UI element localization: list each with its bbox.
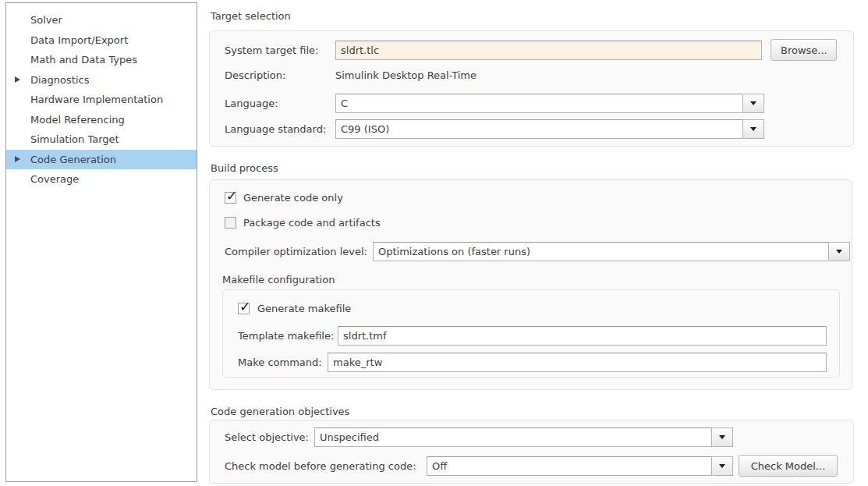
language-standard-value[interactable]: C99 (ISO) — [335, 119, 743, 139]
generate-code-only-checkbox[interactable] — [225, 192, 236, 204]
package-code-checkbox[interactable] — [225, 217, 236, 229]
sidebar-item-math-and-data-types[interactable]: Math and Data Types — [6, 50, 197, 70]
template-makefile-label: Template makefile: — [238, 326, 334, 346]
system-target-file-input[interactable] — [335, 41, 762, 60]
dropdown-arrow-button[interactable] — [743, 119, 764, 139]
sidebar-item-label: Coverage — [30, 173, 79, 185]
check-model-value[interactable]: Off — [427, 456, 712, 476]
language-label: Language: — [225, 94, 278, 113]
expander-icon[interactable] — [15, 156, 20, 162]
system-target-file-label: System target file: — [225, 41, 318, 60]
sidebar-item-label: Math and Data Types — [30, 54, 137, 66]
make-command-input[interactable] — [328, 353, 827, 372]
chevron-down-icon — [836, 250, 842, 254]
select-objective-value[interactable]: Unspecified — [314, 427, 712, 447]
browse-button[interactable]: Browse... — [771, 39, 837, 61]
language-standard-label: Language standard: — [225, 119, 326, 139]
code-generation-objectives-title: Code generation objectives — [211, 406, 349, 418]
make-command-label: Make command: — [238, 353, 322, 372]
dropdown-arrow-button[interactable] — [712, 456, 733, 476]
expander-icon[interactable] — [15, 76, 20, 83]
language-value[interactable]: C — [335, 94, 743, 113]
config-pane-tree: Solver Data Import/Export Math and Data … — [5, 2, 197, 482]
sidebar-item-data-import-export[interactable]: Data Import/Export — [6, 30, 197, 51]
check-model-label: Check model before generating code: — [225, 456, 416, 476]
select-objective-label: Select objective: — [225, 427, 309, 447]
compiler-optimization-label: Compiler optimization level: — [225, 242, 367, 261]
sidebar-item-label: Hardware Implementation — [30, 94, 163, 105]
sidebar-item-label: Simulation Target — [30, 133, 119, 145]
target-selection-title: Target selection — [211, 10, 291, 23]
description-value: Simulink Desktop Real-Time — [335, 66, 477, 85]
sidebar-item-label: Model Referencing — [30, 114, 125, 126]
sidebar-item-code-generation[interactable]: Code Generation — [6, 150, 197, 170]
sidebar-item-label: Solver — [30, 14, 62, 26]
sidebar-item-simulation-target[interactable]: Simulation Target — [6, 129, 197, 150]
chevron-down-icon — [719, 464, 725, 468]
generate-makefile-label: Generate makefile — [257, 302, 351, 315]
language-standard-dropdown[interactable]: C99 (ISO) — [335, 119, 764, 139]
sidebar-item-solver[interactable]: Solver — [6, 10, 197, 30]
language-dropdown[interactable]: C — [335, 94, 764, 113]
generate-code-only-label: Generate code only — [243, 191, 343, 204]
dropdown-arrow-button[interactable] — [829, 242, 850, 261]
sidebar-item-label: Data Import/Export — [30, 34, 128, 46]
check-model-button[interactable]: Check Model... — [739, 455, 838, 477]
generate-makefile-checkbox[interactable] — [238, 303, 250, 314]
compiler-optimization-value[interactable]: Optimizations on (faster runs) — [373, 242, 829, 261]
sidebar-item-label: Diagnostics — [30, 74, 89, 86]
select-objective-dropdown[interactable]: Unspecified — [314, 427, 733, 447]
sidebar-item-hardware-implementation[interactable]: Hardware Implementation — [6, 90, 197, 110]
chevron-down-icon — [719, 435, 725, 439]
check-model-dropdown[interactable]: Off — [427, 456, 733, 476]
template-makefile-input[interactable] — [338, 326, 827, 346]
compiler-optimization-dropdown[interactable]: Optimizations on (faster runs) — [373, 242, 850, 261]
build-process-title: Build process — [211, 162, 278, 175]
sidebar-item-label: Code Generation — [30, 154, 116, 165]
chevron-down-icon — [750, 101, 756, 105]
package-code-label: Package code and artifacts — [243, 216, 381, 229]
description-label: Description: — [225, 66, 285, 85]
dropdown-arrow-button[interactable] — [743, 94, 764, 113]
dropdown-arrow-button[interactable] — [712, 427, 733, 447]
chevron-down-icon — [750, 127, 756, 131]
makefile-configuration-title: Makefile configuration — [222, 270, 335, 289]
sidebar-item-diagnostics[interactable]: Diagnostics — [6, 70, 197, 90]
sidebar-item-model-referencing[interactable]: Model Referencing — [6, 110, 197, 130]
sidebar-item-coverage[interactable]: Coverage — [6, 169, 197, 190]
